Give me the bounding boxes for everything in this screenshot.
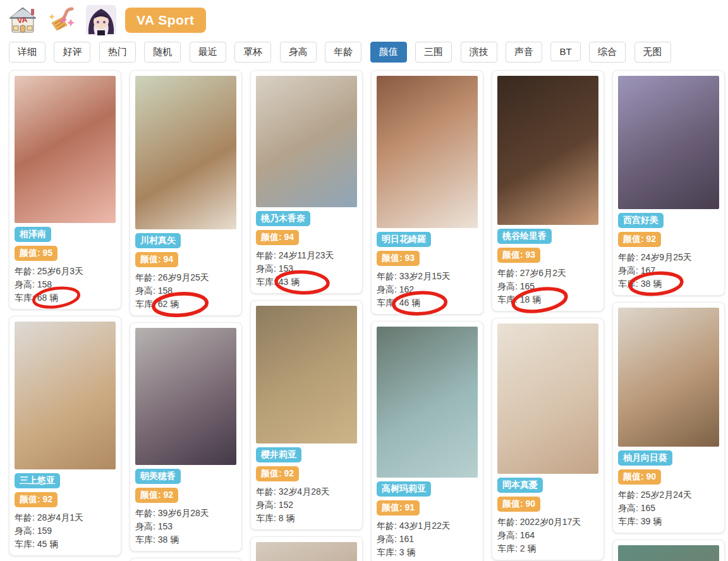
- model-card: 朝美穂香 颜值: 92 年龄: 39岁6月28天 身高: 153 车库: 38 …: [130, 322, 242, 552]
- grid-column: 西宫好美 颜值: 92 年龄: 24岁9月25天 身高: 167 车库: 38 …: [612, 70, 725, 561]
- score-value: 90: [646, 471, 657, 481]
- model-card: 高树玛莉亚 颜值: 91 年龄: 43岁1月22天 身高: 161 车库: 3 …: [371, 321, 483, 561]
- model-photo[interactable]: [15, 322, 116, 469]
- score-label: 颜值:: [623, 471, 644, 481]
- looks-score-badge: 颜值: 93: [497, 248, 540, 263]
- model-card-partial: [250, 536, 363, 561]
- garage-stat: 车库: 43 辆: [256, 275, 357, 289]
- model-name-badge[interactable]: 西宫好美: [618, 213, 664, 228]
- model-card: 樱井莉亚 颜值: 92 年龄: 32岁4月28天 身高: 152 车库: 8 辆: [250, 300, 363, 530]
- model-photo[interactable]: [377, 76, 478, 228]
- model-photo[interactable]: [135, 76, 236, 229]
- page-header: VA VA Sport: [0, 0, 728, 38]
- score-value: 90: [526, 498, 536, 509]
- tab-bt[interactable]: BT: [550, 42, 580, 61]
- score-value: 91: [405, 502, 415, 512]
- model-stats: 年龄: 32岁4月28天 身高: 152 车库: 8 辆: [256, 485, 357, 525]
- score-label: 颜值:: [382, 502, 403, 512]
- model-photo[interactable]: [497, 323, 598, 474]
- model-name-badge[interactable]: 三上悠亚: [15, 473, 60, 488]
- tab-hot[interactable]: 热门: [99, 42, 136, 63]
- score-label: 颜值:: [261, 468, 282, 478]
- model-photo[interactable]: [256, 542, 357, 561]
- model-card: 明日花綺羅 颜值: 93 年龄: 33岁2月15天 身高: 162 车库: 46…: [371, 70, 483, 315]
- broom-icon[interactable]: [47, 5, 77, 35]
- model-stats: 年龄: 28岁4月1天 身高: 159 车库: 45 辆: [15, 511, 116, 551]
- tab-detailed[interactable]: 详细: [9, 42, 46, 63]
- model-name-badge[interactable]: 高树玛莉亚: [377, 481, 431, 497]
- model-photo[interactable]: [135, 328, 236, 465]
- garage-stat: 车库: 2 辆: [497, 542, 598, 555]
- grid-column: 川村真矢 颜值: 94 年龄: 26岁9月25天 身高: 158 车库: 62 …: [130, 70, 242, 561]
- score-label: 颜值:: [261, 232, 282, 242]
- model-photo[interactable]: [377, 327, 478, 478]
- model-photo[interactable]: [618, 308, 719, 447]
- height-stat: 身高: 167: [618, 264, 719, 277]
- model-photo[interactable]: [15, 76, 116, 223]
- age-stat: 年龄: 28岁4月1天: [15, 511, 116, 524]
- model-stats: 年龄: 26岁9月25天 身高: 158 车库: 62 辆: [135, 271, 236, 311]
- avatar-image[interactable]: [86, 5, 116, 35]
- brand-button[interactable]: VA Sport: [125, 8, 206, 33]
- model-photo[interactable]: [618, 76, 719, 209]
- tab-looks[interactable]: 颜值: [370, 42, 407, 63]
- model-stats: 年龄: 2022岁0月17天 身高: 164 车库: 2 辆: [497, 516, 598, 555]
- score-value: 92: [43, 494, 53, 504]
- tab-age[interactable]: 年龄: [325, 42, 361, 63]
- tab-praise[interactable]: 好评: [54, 42, 90, 63]
- tab-recent[interactable]: 最近: [190, 42, 226, 63]
- model-photo[interactable]: [618, 545, 719, 561]
- score-value: 92: [646, 234, 657, 244]
- garage-stat: 车库: 39 辆: [618, 515, 719, 528]
- age-stat: 年龄: 32岁4月28天: [256, 485, 357, 498]
- model-stats: 年龄: 43岁1月22天 身高: 161 车库: 3 辆: [377, 519, 478, 559]
- model-name-badge[interactable]: 相泽南: [15, 227, 51, 242]
- height-stat: 身高: 152: [256, 498, 357, 512]
- score-value: 94: [284, 232, 294, 242]
- tab-no-image[interactable]: 无图: [634, 42, 671, 63]
- tab-overall[interactable]: 综合: [589, 42, 626, 63]
- score-label: 颜值:: [20, 248, 40, 258]
- model-name-badge[interactable]: 明日花綺羅: [377, 232, 431, 247]
- model-card: 相泽南 颜值: 95 年龄: 25岁6月3天 身高: 158 车库: 68 辆: [9, 70, 121, 310]
- age-stat: 年龄: 39岁6月28天: [135, 507, 236, 520]
- score-label: 颜值:: [140, 490, 161, 500]
- sort-tab-bar: 详细 好评 热门 随机 最近 罩杯 身高 年龄 颜值 三围 演技 声音 BT 综…: [0, 38, 728, 64]
- model-card-partial: [612, 540, 725, 561]
- score-value: 92: [284, 468, 294, 478]
- model-name-badge[interactable]: 川村真矢: [135, 233, 181, 248]
- model-name-badge[interactable]: 岡本真憂: [497, 478, 543, 493]
- score-label: 颜值:: [382, 253, 403, 263]
- age-stat: 年龄: 25岁6月3天: [15, 265, 116, 278]
- height-stat: 身高: 161: [377, 533, 478, 546]
- height-stat: 身高: 165: [497, 280, 598, 293]
- model-name-badge[interactable]: 朝美穂香: [135, 469, 181, 484]
- model-photo[interactable]: [256, 76, 357, 207]
- tab-random[interactable]: 随机: [144, 42, 181, 63]
- garage-stat: 车库: 38 辆: [618, 277, 719, 291]
- home-icon[interactable]: VA: [8, 5, 38, 35]
- height-stat: 身高: 158: [15, 278, 116, 291]
- looks-score-badge: 颜值: 90: [497, 497, 540, 512]
- tab-height[interactable]: 身高: [280, 42, 317, 63]
- model-name-badge[interactable]: 桃乃木香奈: [256, 211, 310, 226]
- tab-measurements[interactable]: 三围: [415, 42, 452, 63]
- model-card: 三上悠亚 颜值: 92 年龄: 28岁4月1天 身高: 159 车库: 45 辆: [9, 316, 121, 556]
- model-name-badge[interactable]: 桃谷绘里香: [497, 229, 552, 244]
- tab-cup-size[interactable]: 罩杯: [234, 42, 271, 63]
- height-stat: 身高: 159: [15, 524, 116, 538]
- model-photo[interactable]: [256, 306, 357, 443]
- score-label: 颜值:: [623, 234, 644, 244]
- score-value: 93: [405, 253, 415, 263]
- model-card: 岡本真憂 颜值: 90 年龄: 2022岁0月17天 身高: 164 车库: 2…: [492, 318, 604, 560]
- looks-score-badge: 颜值: 95: [15, 246, 58, 261]
- svg-text:VA: VA: [16, 15, 28, 25]
- tab-voice[interactable]: 声音: [506, 42, 542, 63]
- garage-stat: 车库: 3 辆: [377, 546, 478, 559]
- model-name-badge[interactable]: 樱井莉亚: [256, 447, 301, 462]
- model-name-badge[interactable]: 柚月向日葵: [618, 450, 672, 466]
- looks-score-badge: 颜值: 92: [618, 232, 661, 247]
- model-photo[interactable]: [497, 76, 598, 225]
- model-stats: 年龄: 33岁2月15天 身高: 162 车库: 46 辆: [377, 270, 478, 310]
- tab-acting[interactable]: 演技: [461, 42, 497, 63]
